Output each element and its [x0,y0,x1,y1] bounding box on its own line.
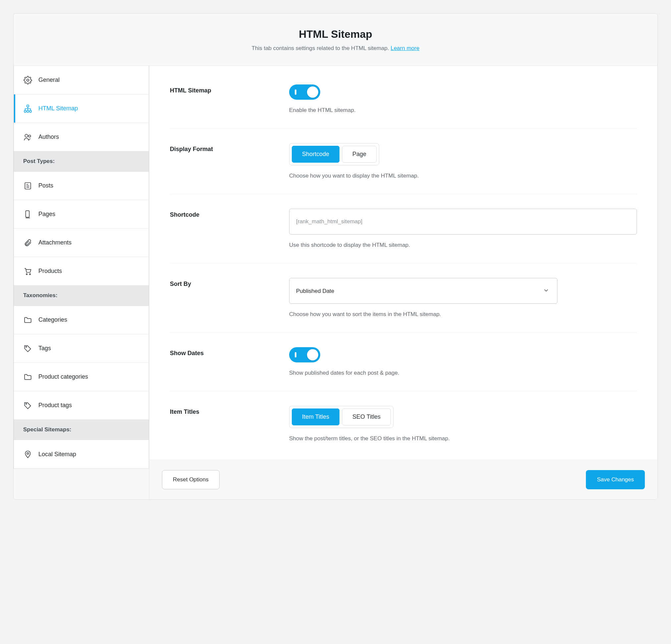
field-item-titles: Item Titles Item Titles SEO Titles Show … [170,391,637,456]
sidebar-item-attachments[interactable]: Attachments [14,229,149,257]
sidebar-item-product-categories[interactable]: Product categories [14,363,149,391]
field-control: Use this shortcode to display the HTML s… [289,209,637,249]
sidebar-group-post-types: Post Types: [14,151,149,172]
field-description: Show the post/term titles, or the SEO ti… [289,435,637,442]
folder-icon [23,315,33,325]
html-sitemap-toggle[interactable] [289,85,320,100]
field-control: Enable the HTML sitemap. [289,85,637,114]
field-control: Published Date Choose how you want to so… [289,278,637,318]
clip-icon [23,238,33,248]
sidebar-item-product-tags[interactable]: Product tags [14,391,149,420]
svg-point-10 [29,274,30,275]
svg-rect-2 [24,110,26,112]
field-label: HTML Sitemap [170,85,289,114]
field-description: Use this shortcode to display the HTML s… [289,242,637,249]
field-label: Show Dates [170,347,289,376]
field-control: Shortcode Page Choose how you want to di… [289,143,637,179]
sidebar-item-general[interactable]: General [14,66,149,94]
page-subtitle: This tab contains settings related to th… [24,45,647,52]
sidebar-item-label: Product tags [38,402,72,409]
field-description: Choose how you want to sort the items in… [289,311,637,318]
field-label: Display Format [170,143,289,179]
sidebar-item-label: Authors [38,134,59,140]
sidebar-item-html-sitemap[interactable]: HTML Sitemap [14,94,149,123]
sidebar-item-label: Local Sitemap [38,451,76,458]
sidebar: General HTML Sitemap Authors Post Types: [14,66,149,499]
sidebar-item-label: Product categories [38,373,88,380]
sidebar-item-label: Products [38,268,62,275]
sidebar-item-label: Categories [38,316,67,323]
field-label: Sort By [170,278,289,318]
sidebar-item-label: HTML Sitemap [38,105,78,112]
field-show-dates: Show Dates Show published dates for each… [170,332,637,391]
reset-button[interactable]: Reset Options [162,470,219,489]
field-description: Choose how you want to display the HTML … [289,173,637,179]
field-sort-by: Sort By Published Date Choose how you wa… [170,263,637,332]
tag-icon [23,401,33,410]
svg-point-11 [26,346,27,347]
svg-point-0 [27,79,29,81]
sitemap-icon [23,104,33,113]
svg-rect-3 [27,110,28,112]
svg-point-6 [28,135,31,137]
display-format-option-page[interactable]: Page [342,146,377,163]
field-control: Show published dates for each post & pag… [289,347,637,376]
svg-rect-4 [29,110,31,112]
shortcode-input[interactable] [289,209,637,235]
sidebar-group-special: Special Sitemaps: [14,420,149,440]
sidebar-item-local-sitemap[interactable]: Local Sitemap [14,440,149,468]
gear-icon [23,76,33,85]
sidebar-item-label: Tags [38,345,51,352]
field-display-format: Display Format Shortcode Page Choose how… [170,128,637,194]
settings-panel: HTML Sitemap This tab contains settings … [13,13,658,500]
cart-icon [23,267,33,276]
sidebar-item-label: General [38,77,60,84]
field-description: Enable the HTML sitemap. [289,107,637,114]
sidebar-item-label: Posts [38,182,53,189]
item-titles-option-item[interactable]: Item Titles [292,408,340,425]
post-icon [23,181,33,190]
sidebar-item-products[interactable]: Products [14,257,149,286]
sidebar-item-label: Attachments [38,239,72,246]
sidebar-list: General HTML Sitemap Authors Post Types: [14,66,149,469]
save-button[interactable]: Save Changes [586,470,645,489]
item-titles-option-seo[interactable]: SEO Titles [342,408,391,425]
svg-point-9 [26,274,27,275]
sidebar-item-categories[interactable]: Categories [14,306,149,334]
show-dates-toggle[interactable] [289,347,320,363]
panel-footer: Reset Options Save Changes [149,460,657,499]
users-icon [23,132,33,142]
svg-rect-1 [27,105,29,107]
svg-point-13 [27,453,28,454]
page-icon [23,210,33,219]
field-html-sitemap: HTML Sitemap Enable the HTML sitemap. [170,76,637,128]
svg-point-5 [25,134,28,137]
svg-point-12 [26,403,27,404]
field-control: Item Titles SEO Titles Show the post/ter… [289,406,637,442]
page-title: HTML Sitemap [24,28,647,40]
sidebar-item-tags[interactable]: Tags [14,334,149,363]
main: HTML Sitemap Enable the HTML sitemap. Di… [149,66,657,499]
item-titles-segmented: Item Titles SEO Titles [289,406,393,428]
panel-body: General HTML Sitemap Authors Post Types: [14,66,657,499]
sidebar-group-taxonomies: Taxonomies: [14,286,149,306]
learn-more-link[interactable]: Learn more [391,45,419,51]
field-shortcode: Shortcode Use this shortcode to display … [170,194,637,263]
subtitle-text: This tab contains settings related to th… [252,45,389,51]
field-description: Show published dates for each post & pag… [289,370,637,376]
panel-header: HTML Sitemap This tab contains settings … [14,14,657,66]
field-label: Item Titles [170,406,289,442]
sidebar-item-authors[interactable]: Authors [14,123,149,151]
folder-icon [23,372,33,382]
tag-icon [23,344,33,353]
display-format-option-shortcode[interactable]: Shortcode [292,146,340,163]
sort-by-select[interactable]: Published Date [289,278,557,304]
sidebar-item-pages[interactable]: Pages [14,200,149,229]
pin-icon [23,450,33,459]
display-format-segmented: Shortcode Page [289,143,379,165]
sidebar-item-label: Pages [38,211,55,218]
sidebar-item-posts[interactable]: Posts [14,172,149,200]
svg-rect-8 [26,211,29,217]
settings-form: HTML Sitemap Enable the HTML sitemap. Di… [149,66,657,460]
field-label: Shortcode [170,209,289,249]
